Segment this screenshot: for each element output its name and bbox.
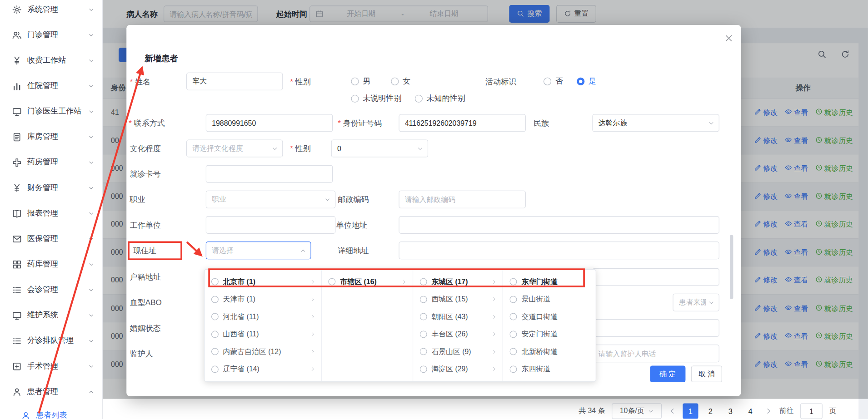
cascader-option[interactable]: 河北省 (11) [205,308,321,325]
unit-address-input[interactable] [399,216,719,234]
cascader-option[interactable]: 山西省 (11) [205,325,321,343]
id-number-input[interactable] [399,114,525,132]
radio-male[interactable]: 男 [351,73,371,90]
patient-source-select[interactable]: 患者来源 [673,294,719,311]
sidebar-item-10[interactable]: 药库管理 [0,251,102,277]
visit-card-input[interactable] [206,165,333,183]
cascader-option[interactable]: 东四街道 [503,360,595,378]
cascader-option[interactable]: 内蒙古自治区 (12) [205,343,321,360]
cascader-option[interactable]: 市辖区 (16) [322,273,413,291]
cascader-option[interactable]: 石景山区 (9) [413,343,503,360]
sidebar-item-patient-list[interactable]: 患者列表 [0,404,102,419]
page-button-2[interactable]: 2 [703,403,718,419]
sidebar-item-14[interactable]: 手术管理 [0,354,102,379]
sidebar-item-0[interactable]: 系统管理 [0,0,102,22]
sidebar-item-12[interactable]: 维护系统 [0,302,102,328]
cascader-option[interactable]: 东城区 (17) [413,273,503,291]
close-icon[interactable] [724,34,733,43]
cascader-option[interactable]: 朝阳区 (43) [413,308,503,325]
sidebar-item-9[interactable]: 医保管理 [0,226,102,251]
ethnicity-select[interactable]: 达斡尔族 [592,114,719,132]
work-unit-input[interactable] [206,216,336,234]
radio-icon[interactable] [420,313,427,320]
next-page-icon[interactable] [765,407,773,415]
confirm-button[interactable]: 确 定 [650,365,685,382]
contact-input[interactable] [206,114,333,132]
page-button-1[interactable]: 1 [683,403,698,419]
chevron-down-icon [324,197,330,202]
gender2-select[interactable]: 0 [331,140,429,158]
chevron-down-icon [648,408,653,414]
sidebar-item-1[interactable]: 门诊管理 [0,22,102,48]
cancel-button[interactable]: 取 消 [691,365,722,382]
household-right-input[interactable] [592,268,719,286]
guardian-phone-input[interactable] [592,345,719,362]
goto-page-input[interactable] [800,403,823,419]
chevron-down-icon [88,108,94,114]
sidebar-item-2[interactable]: 收费工作站 [0,48,102,73]
radio-icon[interactable] [510,278,517,286]
radio-icon[interactable] [211,365,219,373]
visit-card-label: 就诊卡号 [130,165,161,183]
cascader-option[interactable]: 丰台区 (26) [413,325,503,343]
cascader-option[interactable]: 海淀区 (29) [413,360,503,378]
radio-icon[interactable] [211,348,219,355]
name-input[interactable] [186,73,283,90]
radio-icon[interactable] [510,348,517,355]
sidebar-item-7[interactable]: 财务管理 [0,175,102,201]
radio-icon[interactable] [211,278,219,286]
marital-right-input[interactable] [592,319,719,337]
cascader-option[interactable]: 北京市 (1) [205,273,321,291]
radio-active-no[interactable]: 否 [544,73,563,90]
grid-icon [12,260,22,269]
cascader-option[interactable]: 西城区 (15) [413,291,503,308]
radio-gender-unknown[interactable]: 未知的性别 [415,90,465,108]
radio-icon[interactable] [510,365,517,373]
sidebar-item-6[interactable]: 药房管理 [0,150,102,175]
sidebar-item-4[interactable]: 门诊医生工作站 [0,99,102,124]
radio-icon[interactable] [510,330,517,338]
chevron-down-icon [708,120,714,126]
cascader-option[interactable]: 交道口街道 [503,308,595,325]
gear-icon [12,5,22,14]
detail-address-input[interactable] [399,242,719,259]
postal-code-input[interactable] [399,191,525,208]
radio-gender-unspecified[interactable]: 未说明性别 [351,90,402,108]
cascader-option[interactable]: 辽宁省 (14) [205,360,321,378]
cascader-option[interactable]: 景山街道 [503,291,595,308]
radio-icon[interactable] [420,365,427,373]
radio-active-yes[interactable]: 是 [577,73,596,90]
sidebar-item-5[interactable]: 库房管理 [0,124,102,149]
cascader-option[interactable]: 东华门街道 [503,273,595,291]
page-size-select[interactable]: 10条/页 [612,403,662,419]
radio-icon[interactable] [510,296,517,303]
sidebar-item-3[interactable]: 住院管理 [0,73,102,99]
radio-icon[interactable] [420,278,427,286]
sidebar-item-15[interactable]: 患者管理 [0,379,102,404]
radio-icon[interactable] [211,330,219,338]
page-button-3[interactable]: 3 [723,403,738,419]
page-button-4[interactable]: 4 [743,403,758,419]
sidebar-item-13[interactable]: 分诊排队管理 [0,328,102,353]
current-address-cascader[interactable]: 请选择 [206,242,311,259]
sidebar-item-11[interactable]: 会诊管理 [0,277,102,302]
cascader-option[interactable]: 天津市 (1) [205,291,321,308]
radio-icon[interactable] [420,330,427,338]
radio-icon[interactable] [211,313,219,320]
radio-icon[interactable] [329,278,336,286]
occupation-select[interactable]: 职业 [206,191,336,208]
work-unit-label: 工作单位 [130,216,161,234]
unit-address-label: 单位地址 [336,216,367,234]
radio-icon[interactable] [510,313,517,320]
education-select[interactable]: 请选择文化程度 [186,140,283,158]
sidebar-item-8[interactable]: 报表管理 [0,201,102,226]
cascader-option[interactable]: 北新桥街道 [503,343,595,360]
radio-icon[interactable] [420,296,427,303]
prev-page-icon[interactable] [668,407,676,415]
radio-icon[interactable] [420,348,427,355]
chevron-right-icon [310,366,316,372]
cascader-option[interactable]: 安定门街道 [503,325,595,343]
radio-icon[interactable] [211,296,219,303]
modal-scrollbar[interactable] [730,235,733,299]
radio-female[interactable]: 女 [391,73,410,90]
